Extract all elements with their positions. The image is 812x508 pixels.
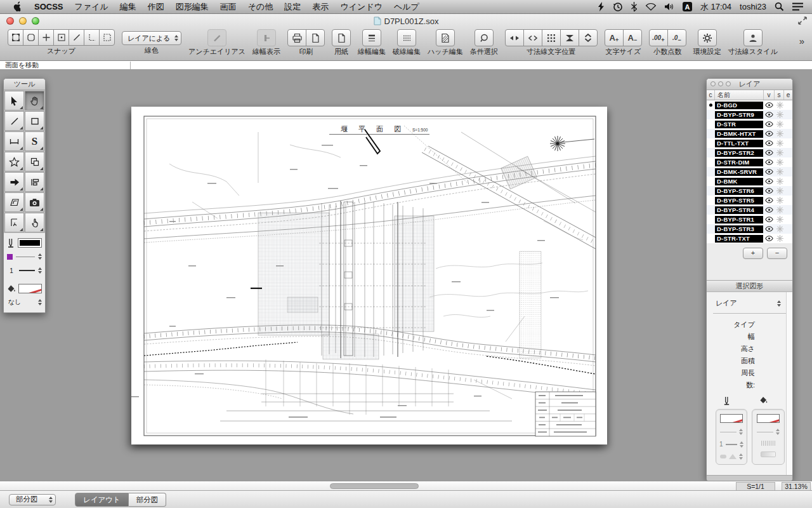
layer-name-chip[interactable]: D-BYP-STR6 [715, 187, 763, 195]
snap-center-button[interactable] [53, 29, 69, 46]
layer-row[interactable]: D-BYP-STR1 [707, 215, 792, 224]
hatch-pattern-chip[interactable] [761, 441, 775, 446]
layer-row[interactable]: D-STR-TXT [707, 234, 792, 243]
menu-item-9[interactable]: ウインドウ [334, 2, 388, 11]
selection-stroke-swatch[interactable] [720, 414, 743, 423]
layer-name-chip[interactable]: D-BMK [715, 178, 763, 185]
stroke-width-stepper[interactable] [38, 267, 42, 274]
flag-select-tool-button[interactable] [4, 213, 24, 232]
decimals-down-button[interactable]: .0− [667, 29, 686, 46]
horizontal-scrollbar[interactable]: S=1/1 31.13% [0, 481, 812, 490]
menu-item-0[interactable]: SOCSS [29, 2, 69, 11]
minimize-button[interactable] [19, 17, 27, 25]
layer-row[interactable]: D-BYP-STR9 [707, 110, 792, 119]
fullscreen-icon[interactable] [798, 17, 807, 25]
star-tool-button[interactable] [4, 152, 24, 171]
scrollbar-thumb[interactable] [330, 483, 419, 489]
menu-item-8[interactable]: 表示 [306, 2, 334, 11]
dimension-tool-button[interactable] [4, 131, 24, 151]
line-tool-button[interactable] [4, 111, 24, 131]
toolbar-overflow-chevron[interactable]: » [799, 36, 807, 55]
layer-snap-toggle[interactable] [775, 206, 785, 213]
menu-item-10[interactable]: ヘルプ [388, 2, 425, 11]
condition-select-button[interactable] [475, 29, 494, 46]
align-tool-button[interactable] [25, 172, 44, 192]
menu-item-7[interactable]: 設定 [278, 2, 306, 11]
layer-snap-toggle[interactable] [775, 187, 785, 194]
antialias-button[interactable] [207, 29, 226, 46]
layer-snap-toggle[interactable] [775, 216, 785, 223]
selection-scrollbar[interactable] [786, 292, 792, 475]
layer-row[interactable]: D-BYP-STR3 [707, 224, 792, 234]
fill-color-swatch[interactable] [18, 284, 42, 293]
snap-cross-button[interactable] [38, 29, 54, 46]
layer-name-chip[interactable]: D-BGD [715, 102, 763, 109]
drawing-paper[interactable]: 堰 平 面 図 S=1:500 [131, 107, 607, 444]
print-button[interactable] [287, 29, 306, 46]
layer-row[interactable]: D-TTL-TXT [707, 138, 792, 148]
preferences-gear-button[interactable] [698, 29, 717, 46]
touch-select-tool-button[interactable] [25, 213, 44, 232]
layer-row[interactable]: D-BMK-HTXT [707, 129, 792, 138]
layer-visibility-toggle[interactable] [763, 121, 775, 127]
linewidth-edit-button[interactable] [362, 29, 381, 46]
line-color-combo[interactable]: レイアによる [122, 31, 181, 45]
layer-snap-toggle[interactable] [775, 235, 785, 242]
wifi-icon[interactable] [645, 3, 657, 11]
zoom-indicator[interactable]: 31.13% [782, 482, 811, 491]
dim-pos-inward-button[interactable] [505, 29, 524, 46]
layer-name-chip[interactable]: D-BYP-STR4 [715, 206, 763, 214]
layer-snap-toggle[interactable] [775, 149, 785, 156]
snap-grid-button[interactable] [99, 29, 115, 46]
notification-center-icon[interactable] [792, 3, 803, 11]
snap-vertex-button[interactable] [23, 29, 39, 46]
rectangle-tool-button[interactable] [25, 111, 44, 131]
layer-row[interactable]: D-BYP-STR5 [707, 196, 792, 205]
snap-edge-button[interactable] [84, 29, 100, 46]
layer-snap-toggle[interactable] [775, 159, 785, 166]
layer-name-chip[interactable]: D-STR [715, 121, 763, 128]
layer-name-chip[interactable]: D-TTL-TXT [715, 140, 763, 147]
dim-style-button[interactable] [743, 29, 763, 46]
close-button[interactable] [6, 17, 14, 25]
layer-visibility-toggle[interactable] [763, 102, 775, 108]
layer-snap-toggle[interactable] [775, 130, 785, 137]
menu-item-3[interactable]: 作図 [142, 2, 170, 11]
layer-snap-toggle[interactable] [775, 140, 785, 147]
sheet-tab-1[interactable]: 部分図 [129, 493, 167, 507]
sel-linestyle-stepper[interactable] [739, 429, 743, 435]
fill-style-stepper[interactable] [38, 299, 42, 305]
layers-palette-title[interactable]: レイア [707, 79, 792, 90]
arrow-style-chip[interactable] [729, 454, 737, 459]
bluetooth-icon[interactable] [631, 2, 637, 11]
layer-visibility-toggle[interactable] [763, 197, 775, 203]
spotlight-search-icon[interactable] [775, 2, 784, 11]
layer-visibility-toggle[interactable] [763, 150, 775, 156]
line-style-stepper[interactable] [38, 253, 42, 260]
layer-visibility-toggle[interactable] [763, 178, 775, 184]
col-current[interactable]: c [707, 90, 715, 100]
layer-row[interactable]: D-BMK [707, 177, 792, 186]
layer-visibility-toggle[interactable] [763, 236, 775, 241]
volume-icon[interactable] [665, 3, 674, 11]
current-layer-cell[interactable] [707, 104, 715, 107]
hatch-edit-button[interactable] [436, 29, 455, 46]
menu-clock[interactable]: 水 17:04 [700, 1, 731, 13]
col-snap[interactable]: s [775, 90, 784, 100]
sel-width-stepper[interactable] [740, 441, 743, 448]
layer-row[interactable]: D-STR [707, 119, 792, 129]
layer-name-chip[interactable]: D-STR-TXT [715, 235, 763, 243]
time-machine-icon[interactable] [613, 2, 623, 12]
add-layer-button[interactable]: + [743, 248, 763, 259]
col-visible[interactable]: v [764, 90, 775, 100]
layer-name-chip[interactable]: D-BYP-STR3 [715, 225, 763, 233]
cap-style-chip[interactable] [720, 455, 726, 458]
layer-snap-toggle[interactable] [775, 121, 785, 128]
layer-visibility-toggle[interactable] [763, 217, 775, 222]
layer-visibility-toggle[interactable] [763, 207, 775, 213]
tool-palette-title[interactable]: ツール [4, 79, 45, 90]
layer-visibility-toggle[interactable] [763, 112, 775, 117]
layer-row[interactable]: D-BGD [707, 100, 792, 110]
select-tool-button[interactable] [4, 91, 24, 110]
menu-item-4[interactable]: 図形編集 [170, 2, 214, 11]
